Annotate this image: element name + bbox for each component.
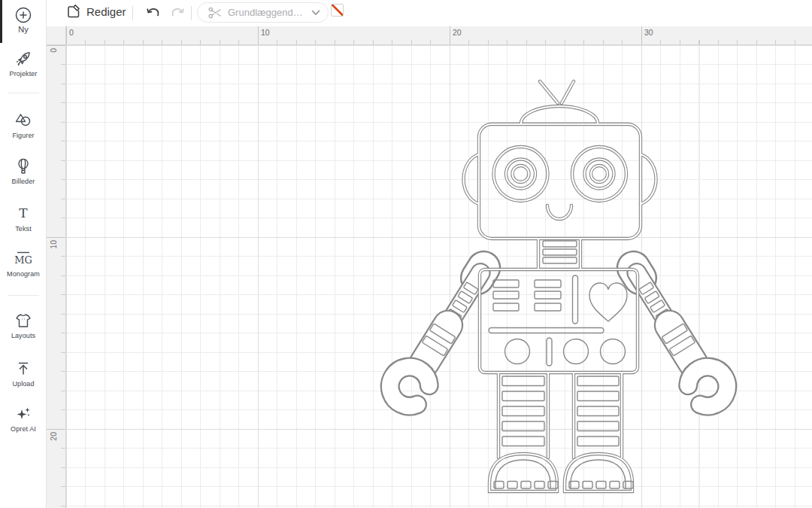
linetype-dropdown-label: Grundlæggende... <box>228 7 305 18</box>
v-ruler-label: 20 <box>49 432 58 441</box>
vertical-ruler: 0 10 20 <box>47 45 66 508</box>
sidebar-item-create-ai[interactable]: Opret AI <box>0 405 47 433</box>
edit-button[interactable]: Rediger <box>66 4 126 19</box>
sidebar-item-label: Layouts <box>0 332 47 339</box>
sidebar-item-label: Tekst <box>0 225 47 233</box>
sidebar-item-label: Figurer <box>0 132 47 139</box>
sidebar-item-label: Opret AI <box>0 425 47 433</box>
sidebar-item-images[interactable]: Billeder <box>0 157 47 185</box>
h-ruler-label: 20 <box>453 28 462 37</box>
tshirt-icon <box>14 312 32 330</box>
sidebar-item-text[interactable]: T Tekst <box>0 205 47 233</box>
sidebar-item-label: Upload <box>0 380 47 388</box>
horizontal-ruler: 0 10 20 30 <box>66 26 812 45</box>
shapes-icon <box>14 111 32 129</box>
balloon-icon <box>14 157 32 175</box>
svg-text:T: T <box>19 205 28 221</box>
left-sidebar: Ny Projekter Figurer <box>0 0 47 508</box>
edit-icon <box>66 4 81 19</box>
sidebar-item-projects[interactable]: Projekter <box>0 50 47 78</box>
top-toolbar: Rediger Grundlæggende... <box>47 0 812 26</box>
robot-detail-lines <box>489 241 633 489</box>
v-ruler-label: 0 <box>49 48 58 53</box>
toolbar-separator <box>191 6 192 20</box>
redo-icon <box>168 5 186 21</box>
sidebar-item-label: Projekter <box>0 70 47 78</box>
sidebar-item-upload[interactable]: Upload <box>0 360 47 388</box>
sidebar-item-monogram[interactable]: MG Monogram <box>0 250 47 278</box>
sidebar-item-label: Billeder <box>0 178 47 185</box>
ruler-corner <box>47 26 66 45</box>
design-grid[interactable] <box>66 45 812 508</box>
sidebar-item-label: Ny <box>0 25 47 34</box>
v-ruler-label: 10 <box>49 240 58 249</box>
upload-icon <box>14 360 32 378</box>
monogram-icon: MG <box>14 250 33 268</box>
chevron-down-icon <box>311 10 320 16</box>
sidebar-divider <box>8 295 39 296</box>
h-ruler-label: 30 <box>644 28 653 37</box>
canvas-area: 0 10 20 30 0 10 20 <box>47 26 812 508</box>
redo-button[interactable] <box>168 5 186 24</box>
rocket-icon <box>14 50 32 68</box>
undo-button[interactable] <box>144 5 162 24</box>
svg-text:MG: MG <box>14 254 32 266</box>
plus-circle-icon <box>14 6 32 24</box>
linetype-dropdown[interactable]: Grundlæggende... <box>197 2 329 23</box>
sidebar-item-layouts[interactable]: Layouts <box>0 312 47 339</box>
toolbar-separator <box>132 6 133 20</box>
h-ruler-label: 10 <box>261 28 270 37</box>
sparkles-icon <box>14 405 32 423</box>
text-icon: T <box>14 205 32 223</box>
h-ruler-label: 0 <box>69 28 74 37</box>
sidebar-item-label: Monogram <box>0 270 47 278</box>
robot-design[interactable] <box>376 75 744 508</box>
undo-icon <box>144 5 162 21</box>
linetype-color-swatch[interactable] <box>331 4 344 17</box>
edit-button-label: Rediger <box>86 5 126 18</box>
scissors-icon <box>208 7 222 19</box>
sidebar-item-shapes[interactable]: Figurer <box>0 111 47 139</box>
sidebar-divider <box>8 93 39 93</box>
sidebar-item-new[interactable]: Ny <box>0 6 47 34</box>
